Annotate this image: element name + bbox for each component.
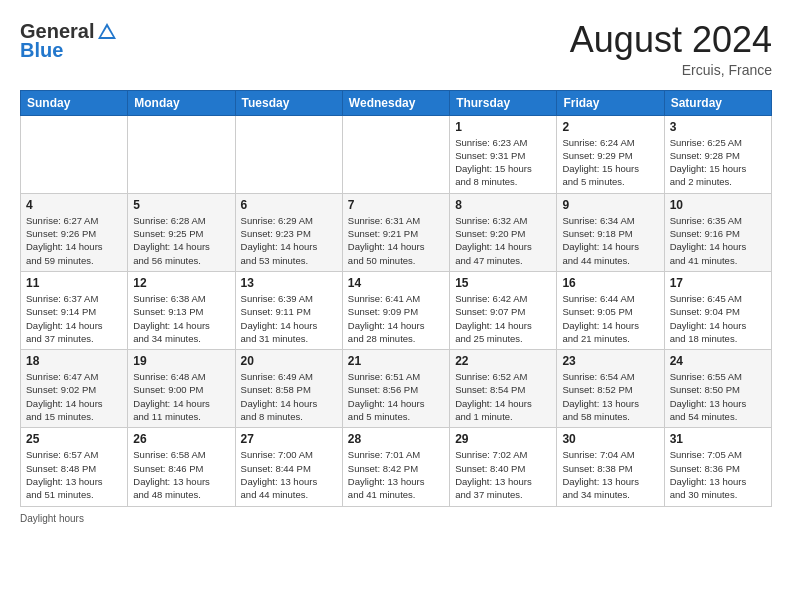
calendar-cell: 1Sunrise: 6:23 AM Sunset: 9:31 PM Daylig… [450, 115, 557, 193]
calendar-cell: 15Sunrise: 6:42 AM Sunset: 9:07 PM Dayli… [450, 271, 557, 349]
day-info: Sunrise: 6:32 AM Sunset: 9:20 PM Dayligh… [455, 214, 551, 267]
day-number: 11 [26, 276, 122, 290]
calendar-cell: 14Sunrise: 6:41 AM Sunset: 9:09 PM Dayli… [342, 271, 449, 349]
day-info: Sunrise: 7:01 AM Sunset: 8:42 PM Dayligh… [348, 448, 444, 501]
day-info: Sunrise: 6:38 AM Sunset: 9:13 PM Dayligh… [133, 292, 229, 345]
day-info: Sunrise: 7:04 AM Sunset: 8:38 PM Dayligh… [562, 448, 658, 501]
day-number: 18 [26, 354, 122, 368]
day-number: 16 [562, 276, 658, 290]
day-info: Sunrise: 6:47 AM Sunset: 9:02 PM Dayligh… [26, 370, 122, 423]
day-number: 22 [455, 354, 551, 368]
calendar-cell: 2Sunrise: 6:24 AM Sunset: 9:29 PM Daylig… [557, 115, 664, 193]
day-number: 2 [562, 120, 658, 134]
logo: General Blue [20, 20, 118, 62]
day-number: 27 [241, 432, 337, 446]
day-number: 31 [670, 432, 766, 446]
header-wednesday: Wednesday [342, 90, 449, 115]
month-title: August 2024 [570, 20, 772, 60]
logo-icon [96, 21, 118, 43]
day-info: Sunrise: 6:35 AM Sunset: 9:16 PM Dayligh… [670, 214, 766, 267]
day-info: Sunrise: 7:05 AM Sunset: 8:36 PM Dayligh… [670, 448, 766, 501]
day-info: Sunrise: 6:24 AM Sunset: 9:29 PM Dayligh… [562, 136, 658, 189]
day-info: Sunrise: 6:41 AM Sunset: 9:09 PM Dayligh… [348, 292, 444, 345]
day-number: 7 [348, 198, 444, 212]
day-number: 4 [26, 198, 122, 212]
calendar-cell [21, 115, 128, 193]
calendar-cell: 30Sunrise: 7:04 AM Sunset: 8:38 PM Dayli… [557, 428, 664, 506]
calendar-cell: 24Sunrise: 6:55 AM Sunset: 8:50 PM Dayli… [664, 350, 771, 428]
calendar-cell: 28Sunrise: 7:01 AM Sunset: 8:42 PM Dayli… [342, 428, 449, 506]
calendar-cell: 11Sunrise: 6:37 AM Sunset: 9:14 PM Dayli… [21, 271, 128, 349]
calendar-cell [128, 115, 235, 193]
day-info: Sunrise: 6:25 AM Sunset: 9:28 PM Dayligh… [670, 136, 766, 189]
page: General Blue August 2024 Ercuis, France … [0, 0, 792, 612]
calendar-cell [342, 115, 449, 193]
day-number: 8 [455, 198, 551, 212]
day-number: 23 [562, 354, 658, 368]
calendar-cell: 26Sunrise: 6:58 AM Sunset: 8:46 PM Dayli… [128, 428, 235, 506]
calendar-cell: 18Sunrise: 6:47 AM Sunset: 9:02 PM Dayli… [21, 350, 128, 428]
calendar-week-row: 11Sunrise: 6:37 AM Sunset: 9:14 PM Dayli… [21, 271, 772, 349]
header-tuesday: Tuesday [235, 90, 342, 115]
calendar-cell: 9Sunrise: 6:34 AM Sunset: 9:18 PM Daylig… [557, 193, 664, 271]
calendar-cell: 12Sunrise: 6:38 AM Sunset: 9:13 PM Dayli… [128, 271, 235, 349]
header-sunday: Sunday [21, 90, 128, 115]
calendar-cell: 19Sunrise: 6:48 AM Sunset: 9:00 PM Dayli… [128, 350, 235, 428]
day-number: 29 [455, 432, 551, 446]
day-info: Sunrise: 6:29 AM Sunset: 9:23 PM Dayligh… [241, 214, 337, 267]
day-number: 21 [348, 354, 444, 368]
day-number: 10 [670, 198, 766, 212]
day-number: 5 [133, 198, 229, 212]
day-info: Sunrise: 6:49 AM Sunset: 8:58 PM Dayligh… [241, 370, 337, 423]
calendar-cell: 23Sunrise: 6:54 AM Sunset: 8:52 PM Dayli… [557, 350, 664, 428]
calendar-cell: 16Sunrise: 6:44 AM Sunset: 9:05 PM Dayli… [557, 271, 664, 349]
day-number: 24 [670, 354, 766, 368]
footer: Daylight hours [20, 513, 772, 524]
day-number: 9 [562, 198, 658, 212]
title-block: August 2024 Ercuis, France [570, 20, 772, 78]
calendar-week-row: 25Sunrise: 6:57 AM Sunset: 8:48 PM Dayli… [21, 428, 772, 506]
day-info: Sunrise: 6:34 AM Sunset: 9:18 PM Dayligh… [562, 214, 658, 267]
calendar-cell: 7Sunrise: 6:31 AM Sunset: 9:21 PM Daylig… [342, 193, 449, 271]
calendar-cell: 5Sunrise: 6:28 AM Sunset: 9:25 PM Daylig… [128, 193, 235, 271]
day-number: 12 [133, 276, 229, 290]
day-info: Sunrise: 6:44 AM Sunset: 9:05 PM Dayligh… [562, 292, 658, 345]
calendar-cell: 17Sunrise: 6:45 AM Sunset: 9:04 PM Dayli… [664, 271, 771, 349]
day-info: Sunrise: 6:37 AM Sunset: 9:14 PM Dayligh… [26, 292, 122, 345]
day-info: Sunrise: 6:58 AM Sunset: 8:46 PM Dayligh… [133, 448, 229, 501]
day-number: 14 [348, 276, 444, 290]
day-info: Sunrise: 6:57 AM Sunset: 8:48 PM Dayligh… [26, 448, 122, 501]
calendar-cell: 3Sunrise: 6:25 AM Sunset: 9:28 PM Daylig… [664, 115, 771, 193]
calendar-week-row: 18Sunrise: 6:47 AM Sunset: 9:02 PM Dayli… [21, 350, 772, 428]
day-number: 6 [241, 198, 337, 212]
day-number: 1 [455, 120, 551, 134]
day-number: 25 [26, 432, 122, 446]
day-info: Sunrise: 7:02 AM Sunset: 8:40 PM Dayligh… [455, 448, 551, 501]
calendar-cell: 27Sunrise: 7:00 AM Sunset: 8:44 PM Dayli… [235, 428, 342, 506]
day-info: Sunrise: 6:28 AM Sunset: 9:25 PM Dayligh… [133, 214, 229, 267]
day-number: 19 [133, 354, 229, 368]
calendar-cell: 6Sunrise: 6:29 AM Sunset: 9:23 PM Daylig… [235, 193, 342, 271]
logo-blue-text: Blue [20, 39, 63, 62]
calendar-week-row: 4Sunrise: 6:27 AM Sunset: 9:26 PM Daylig… [21, 193, 772, 271]
day-info: Sunrise: 6:54 AM Sunset: 8:52 PM Dayligh… [562, 370, 658, 423]
day-number: 26 [133, 432, 229, 446]
weekday-header-row: Sunday Monday Tuesday Wednesday Thursday… [21, 90, 772, 115]
day-number: 15 [455, 276, 551, 290]
day-number: 13 [241, 276, 337, 290]
location: Ercuis, France [570, 62, 772, 78]
header-saturday: Saturday [664, 90, 771, 115]
calendar-cell: 29Sunrise: 7:02 AM Sunset: 8:40 PM Dayli… [450, 428, 557, 506]
day-info: Sunrise: 6:52 AM Sunset: 8:54 PM Dayligh… [455, 370, 551, 423]
day-info: Sunrise: 6:27 AM Sunset: 9:26 PM Dayligh… [26, 214, 122, 267]
calendar-cell [235, 115, 342, 193]
calendar-cell: 10Sunrise: 6:35 AM Sunset: 9:16 PM Dayli… [664, 193, 771, 271]
day-number: 20 [241, 354, 337, 368]
day-info: Sunrise: 6:51 AM Sunset: 8:56 PM Dayligh… [348, 370, 444, 423]
day-number: 17 [670, 276, 766, 290]
calendar-table: Sunday Monday Tuesday Wednesday Thursday… [20, 90, 772, 507]
footer-label: Daylight hours [20, 513, 84, 524]
calendar-cell: 4Sunrise: 6:27 AM Sunset: 9:26 PM Daylig… [21, 193, 128, 271]
header-thursday: Thursday [450, 90, 557, 115]
calendar-cell: 31Sunrise: 7:05 AM Sunset: 8:36 PM Dayli… [664, 428, 771, 506]
